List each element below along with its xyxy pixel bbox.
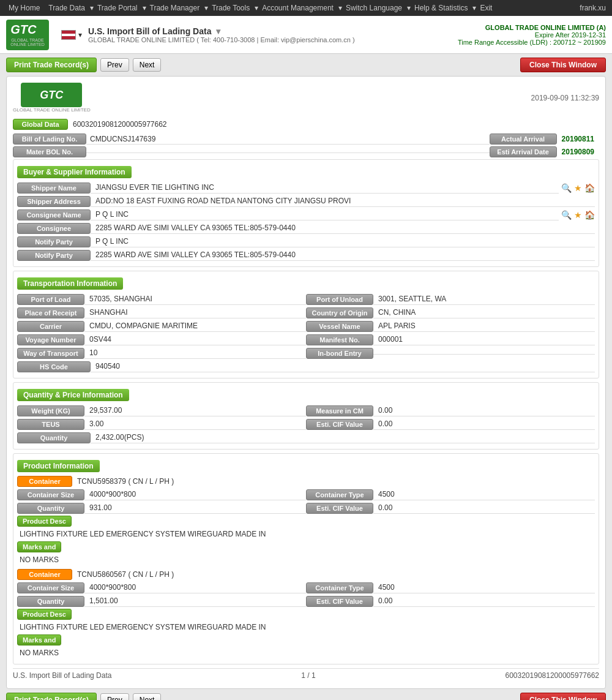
teus-value: 3.00	[84, 418, 306, 430]
star-icon[interactable]: ★	[574, 183, 582, 193]
voyage-row: Voyage Number 0SV44 Manifest No. 000001	[17, 334, 595, 345]
mater-bol-row: Mater BOL No. Esti Arrival Date 20190809	[13, 146, 599, 157]
bottom-prev-button[interactable]: Prev	[100, 693, 129, 700]
container-1-cif-col: Esti. CIF Value 0.00	[306, 502, 595, 514]
container-2-value: TCNU5860567 ( CN / L / PH )	[72, 569, 595, 580]
quantity-price-header: Quantity & Price Information	[17, 389, 129, 401]
bottom-next-button[interactable]: Next	[133, 693, 162, 700]
container-2-qty-row: Quantity 1,501.00 Esti. CIF Value 0.00	[17, 595, 595, 607]
port-load-col: Port of Load 57035, SHANGHAI	[17, 293, 306, 305]
record-logo-subtext: GLOBAL TRADE ONLINE LIMITED	[13, 107, 91, 113]
consignee-search-icon[interactable]: 🔍	[561, 210, 572, 220]
consignee-name-value: P Q L INC	[91, 209, 559, 220]
bottom-toolbar-left: Print Trade Record(s) Prev Next	[6, 693, 161, 700]
product-info-section: Product Information Container TCNU595837…	[13, 453, 599, 664]
container-2-size-row: Container Size 4000*900*800 Container Ty…	[17, 582, 595, 593]
print-button[interactable]: Print Trade Record(s)	[6, 58, 97, 72]
transport-way-row: Way of Transport 10 In-bond Entry	[17, 347, 595, 359]
expire-text: Expire After 2019-12-31	[458, 31, 606, 39]
nav-help-stats[interactable]: Help & Statistics	[411, 1, 471, 15]
container-1-qty-col: Quantity 931.00	[17, 502, 306, 514]
bol-value: CMDUCNSJ147639	[86, 134, 490, 145]
nav-trade-portal[interactable]: Trade Portal	[94, 1, 141, 15]
weight-label: Weight (KG)	[17, 405, 84, 416]
record-logo-image: GTC	[21, 83, 82, 107]
page-main-title: U.S. Import Bill of Lading Data ▾	[88, 26, 458, 36]
home-icon[interactable]: 🏠	[584, 183, 595, 193]
bottom-print-button[interactable]: Print Trade Record(s)	[6, 693, 97, 700]
nav-account-mgmt[interactable]: Account Management	[258, 1, 337, 15]
container-2-cif-label: Esti. CIF Value	[306, 596, 373, 607]
record-header: GTC GLOBAL TRADE ONLINE LIMITED 2019-09-…	[13, 83, 599, 113]
port-load-label: Port of Load	[17, 294, 84, 305]
in-bond-value	[373, 352, 595, 355]
consignee-value: 2285 WARD AVE SIMI VALLEY CA 93065 TEL:8…	[91, 222, 595, 234]
container-2-type-value: 4500	[373, 582, 595, 593]
nav-trade-data[interactable]: Trade Data	[45, 1, 89, 15]
carrier-col: Carrier CMDU, COMPAGNIE MARITIME	[17, 320, 306, 332]
container-2-size-col: Container Size 4000*900*800	[17, 582, 306, 593]
vessel-col: Vessel Name APL PARIS	[306, 320, 595, 332]
container-1-type-value: 4500	[373, 489, 595, 500]
container-1-qty-value: 931.00	[84, 502, 306, 514]
measure-col: Measure in CM 0.00	[306, 405, 595, 416]
next-button[interactable]: Next	[133, 58, 162, 72]
container-1-block: Container TCNU5958379 ( CN / L / PH ) Co…	[17, 476, 595, 565]
consignee-name-label: Consignee Name	[17, 209, 91, 220]
product-info-header: Product Information	[17, 460, 100, 472]
quantity-label: Quantity	[17, 432, 91, 443]
nav-switch-lang[interactable]: Switch Language	[342, 1, 406, 15]
container-2-size-value: 4000*900*800	[84, 582, 306, 593]
consignee-star-icon[interactable]: ★	[574, 210, 582, 220]
container-1-marks-text: NO MARKS	[17, 554, 595, 565]
footer-left: U.S. Import Bill of Lading Data	[13, 671, 111, 680]
title-dropdown-icon[interactable]: ▾	[216, 26, 220, 36]
in-bond-col: In-bond Entry	[306, 347, 595, 359]
consignee-home-icon[interactable]: 🏠	[584, 210, 595, 220]
close-window-button[interactable]: Close This Window	[520, 58, 606, 72]
bottom-close-window-button[interactable]: Close This Window	[520, 693, 606, 700]
logo-box: GTC GLOBAL TRADEONLINE LIMITED	[6, 20, 49, 50]
flag-dropdown-icon[interactable]: ▾	[78, 31, 82, 39]
footer-page: 1 / 1	[301, 671, 315, 680]
container-2-product-desc-text: LIGHTING FIXTURE LED EMERGENCY SYSTEM WI…	[17, 622, 595, 633]
teus-col: TEUS 3.00	[17, 418, 306, 430]
mater-bol-label: Mater BOL No.	[13, 146, 86, 157]
search-icon[interactable]: 🔍	[561, 183, 572, 193]
nav-my-home[interactable]: My Home	[5, 1, 43, 15]
container-2-type-label: Container Type	[306, 582, 373, 593]
record-logo: GTC GLOBAL TRADE ONLINE LIMITED	[13, 83, 91, 113]
country-origin-label: Country of Origin	[306, 307, 373, 318]
voyage-col: Voyage Number 0SV44	[17, 334, 306, 345]
time-range-text: Time Range Accessible (LDR) : 200712 ~ 2…	[458, 39, 606, 46]
prev-button[interactable]: Prev	[100, 58, 129, 72]
container-2-product-desc-label: Product Desc	[17, 609, 72, 620]
nav-trade-manager[interactable]: Trade Manager	[146, 1, 204, 15]
esti-cif-value: 0.00	[373, 418, 595, 430]
weight-value: 29,537.00	[84, 405, 306, 416]
bol-row: Bill of Lading No. CMDUCNSJ147639 Actual…	[13, 134, 599, 145]
nav-trade-tools[interactable]: Trade Tools	[208, 1, 253, 15]
company-name: GLOBAL TRADE ONLINE LIMITED (A)	[458, 24, 606, 31]
container-2-qty-label: Quantity	[17, 596, 84, 607]
country-origin-col: Country of Origin CN, CHINA	[306, 307, 595, 318]
weight-col: Weight (KG) 29,537.00	[17, 405, 306, 416]
manifest-col: Manifest No. 000001	[306, 334, 595, 345]
container-1-type-label: Container Type	[306, 489, 373, 500]
footer-right: 60032019081200005977662	[506, 671, 600, 680]
notify-party-value1: P Q L INC	[91, 236, 595, 247]
consignee-label: Consignee	[17, 223, 91, 234]
record-logo-text: GTC	[40, 89, 63, 102]
place-receipt-value: SHANGHAI	[84, 307, 306, 318]
flag-area[interactable]: ▾	[61, 30, 82, 40]
consignee-name-row: Consignee Name P Q L INC 🔍 ★ 🏠	[17, 209, 595, 220]
hs-code-row: HS Code 940540	[17, 361, 595, 372]
container-1-marks-block: Marks and NO MARKS	[17, 541, 595, 565]
container-2-button[interactable]: Container	[17, 569, 72, 580]
nav-exit[interactable]: Exit	[476, 1, 496, 15]
weight-row: Weight (KG) 29,537.00 Measure in CM 0.00	[17, 405, 595, 416]
place-receipt-col: Place of Receipt SHANGHAI	[17, 307, 306, 318]
notify-party-row1: Notify Party P Q L INC	[17, 236, 595, 247]
shipper-name-label: Shipper Name	[17, 183, 91, 194]
container-1-button[interactable]: Container	[17, 476, 72, 487]
